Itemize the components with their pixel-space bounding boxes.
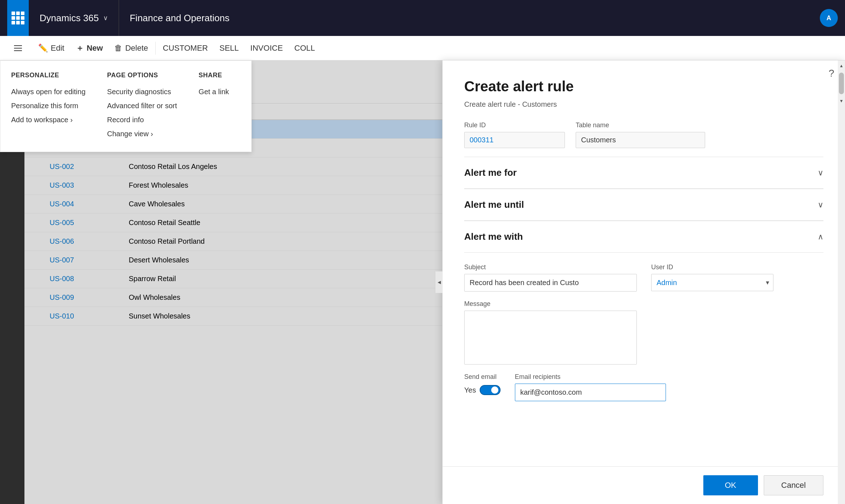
alert-me-with-body: Subject User ID Admin — [464, 253, 823, 412]
subject-label: Subject — [464, 264, 637, 271]
trash-icon: 🗑 — [114, 43, 122, 53]
new-button[interactable]: ＋ New — [70, 40, 109, 56]
dynamics-label: Dynamics 365 — [40, 13, 99, 24]
help-icon[interactable]: ? — [828, 68, 834, 79]
share-section: SHARE Get a link — [198, 72, 229, 141]
row-account[interactable]: US-009 — [50, 293, 129, 302]
scroll-down-button[interactable]: ▼ — [838, 96, 845, 106]
send-email-value: Yes — [464, 386, 476, 394]
row-account[interactable]: US-007 — [50, 256, 129, 264]
sell-button[interactable]: SELL — [214, 40, 245, 56]
email-recipients-group: Email recipients — [515, 373, 666, 401]
rule-id-label: Rule ID — [464, 122, 565, 129]
send-email-toggle[interactable] — [480, 385, 501, 395]
scroll-thumb[interactable] — [839, 73, 844, 94]
invoice-button[interactable]: INVOICE — [245, 40, 288, 56]
personalize-header: PERSONALIZE — [11, 72, 86, 79]
alert-me-with-header[interactable]: Alert me with ∧ — [464, 221, 823, 253]
send-email-label: Send email — [464, 373, 501, 381]
advanced-filter-item[interactable]: Advanced filter or sort — [107, 99, 177, 113]
personalize-section: PERSONALIZE Always open for editing Pers… — [11, 72, 86, 141]
plus-icon: ＋ — [76, 43, 84, 54]
row-account[interactable]: US-003 — [50, 181, 129, 189]
user-id-group: User ID Admin — [651, 264, 773, 292]
message-group: Message — [464, 300, 637, 365]
send-email-group: Send email Yes — [464, 373, 501, 395]
alert-me-for-accordion: Alert me for ∨ — [464, 157, 823, 189]
change-view-item[interactable]: Change view — [107, 127, 177, 141]
record-info-item[interactable]: Record info — [107, 113, 177, 127]
customer-button[interactable]: CUSTOMER — [157, 40, 214, 56]
delete-button[interactable]: 🗑 Delete — [109, 40, 154, 56]
alert-me-with-accordion: Alert me with ∧ Subject User ID — [464, 221, 823, 412]
email-row: Send email Yes Email recipients — [464, 373, 823, 401]
dynamics-chevron-icon: ∨ — [103, 14, 108, 22]
alert-me-until-accordion: Alert me until ∨ — [464, 189, 823, 221]
panel-body: ? Create alert rule Create alert rule - … — [443, 60, 845, 466]
rule-id-row: Rule ID Table name — [464, 122, 823, 148]
alert-me-for-chevron-icon: ∨ — [818, 168, 823, 178]
table-name-group: Table name — [576, 122, 705, 148]
page-options-header: PAGE OPTIONS — [107, 72, 177, 79]
dynamics-nav[interactable]: Dynamics 365 ∨ — [29, 0, 119, 36]
user-id-select[interactable]: Admin — [651, 274, 773, 291]
user-area: A — [820, 9, 838, 27]
personalize-item[interactable]: Personalize this form — [11, 99, 86, 113]
page-options-section: PAGE OPTIONS Security diagnostics Advanc… — [107, 72, 177, 141]
message-textarea[interactable] — [464, 311, 637, 365]
add-workspace-item[interactable]: Add to workspace — [11, 113, 86, 127]
alert-me-until-header[interactable]: Alert me until ∨ — [464, 189, 823, 221]
top-nav: Dynamics 365 ∨ Finance and Operations A — [0, 0, 845, 36]
table-name-input[interactable] — [576, 132, 705, 148]
message-label: Message — [464, 300, 637, 308]
alert-me-until-chevron-icon: ∨ — [818, 200, 823, 210]
share-header: SHARE — [198, 72, 229, 79]
toggle-knob — [491, 386, 498, 394]
finance-label: Finance and Operations — [130, 13, 230, 24]
row-account[interactable]: US-005 — [50, 219, 129, 227]
ok-button[interactable]: OK — [703, 475, 758, 495]
security-diag-item[interactable]: Security diagnostics — [107, 85, 177, 99]
subject-input[interactable] — [464, 274, 637, 292]
subject-group: Subject — [464, 264, 637, 292]
panel-subtitle: Create alert rule - Customers — [464, 100, 823, 109]
message-row: Message — [464, 300, 823, 365]
row-account[interactable]: US-002 — [50, 162, 129, 171]
rule-id-group: Rule ID — [464, 122, 565, 148]
row-account[interactable]: US-010 — [50, 312, 129, 320]
row-account[interactable]: US-006 — [50, 237, 129, 246]
panel-collapse-button[interactable]: ◀ — [435, 271, 443, 293]
rule-id-input[interactable] — [464, 132, 565, 148]
user-id-select-wrapper: Admin — [651, 274, 773, 291]
toolbar-dropdown: PERSONALIZE Always open for editing Pers… — [0, 60, 252, 152]
panel-title: Create alert rule — [464, 78, 823, 95]
get-link-item[interactable]: Get a link — [198, 85, 229, 99]
send-email-toggle-container: Yes — [464, 385, 501, 395]
edit-button[interactable]: ✏️ Edit — [32, 40, 70, 56]
alert-me-for-header[interactable]: Alert me for ∨ — [464, 157, 823, 189]
user-avatar[interactable]: A — [820, 9, 838, 27]
table-name-label: Table name — [576, 122, 705, 129]
waffle-button[interactable] — [7, 0, 29, 36]
email-recipients-input[interactable] — [515, 384, 666, 401]
alert-me-until-title: Alert me until — [464, 199, 524, 210]
alert-me-with-chevron-icon: ∧ — [818, 232, 823, 242]
hamburger-button[interactable] — [11, 36, 25, 60]
cancel-button[interactable]: Cancel — [764, 475, 823, 495]
toolbar: ✏️ Edit ＋ New 🗑 Delete CUSTOMER SELL INV… — [0, 36, 845, 60]
row-account[interactable]: US-004 — [50, 200, 129, 208]
separator-1 — [155, 42, 156, 55]
panel-footer: OK Cancel — [443, 466, 845, 504]
subject-user-row: Subject User ID Admin — [464, 264, 823, 292]
user-id-label: User ID — [651, 264, 773, 271]
panel-scrollbar: ▲ ▼ — [838, 60, 845, 504]
alert-me-for-title: Alert me for — [464, 167, 517, 178]
coll-button[interactable]: COLL — [289, 40, 321, 56]
always-open-item[interactable]: Always open for editing — [11, 85, 86, 99]
email-recipients-label: Email recipients — [515, 373, 666, 381]
finance-nav: Finance and Operations — [119, 0, 241, 36]
row-account[interactable]: US-008 — [50, 275, 129, 283]
edit-icon: ✏️ — [38, 43, 48, 53]
scroll-up-button[interactable]: ▲ — [838, 60, 845, 71]
alert-me-with-title: Alert me with — [464, 231, 523, 242]
